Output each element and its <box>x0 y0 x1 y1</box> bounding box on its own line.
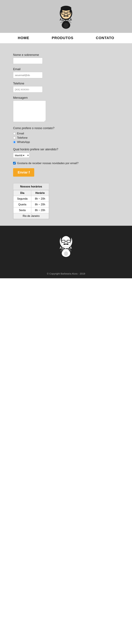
horario-label: Qual horário prefere ser atendido? <box>13 147 119 152</box>
svg-text:ALURA: ALURA <box>60 18 72 21</box>
radio-email-label: Email <box>17 132 24 135</box>
footer-logo: ALURA ESTD 2019 <box>53 232 79 258</box>
location-cell: Rio de Janeiro <box>13 213 49 219</box>
newsletter-text: Gostaria de receber nossas novidades por… <box>17 161 78 165</box>
horario-select[interactable]: Manhã ▾ Tarde Noite <box>13 153 29 158</box>
newsletter-label[interactable]: Gostaria de receber nossas novidades por… <box>13 161 119 165</box>
horario-cell: 8h ~ 20h <box>31 202 49 208</box>
horario-group: Qual horário prefere ser atendido? Manhã… <box>13 147 119 158</box>
radio-telefone-label: Telefone <box>17 136 27 140</box>
radio-whatsapp-input[interactable] <box>13 141 16 144</box>
svg-point-18 <box>64 23 68 28</box>
schedule-table-container: Nossos horários Dia Horário Segunda8h ~ … <box>13 183 49 219</box>
message-group: Mensagem <box>13 96 119 122</box>
table-title: Nossos horários <box>13 183 49 190</box>
table-row: Segunda8h ~ 20h <box>13 196 49 202</box>
svg-text:ALURA: ALURA <box>60 246 72 250</box>
radio-email[interactable]: Email <box>13 132 119 135</box>
message-input[interactable] <box>13 100 46 122</box>
dia-cell: Quarta <box>13 202 31 208</box>
footer: ALURA ESTD 2019 © Copyright Barbearia Al… <box>0 226 132 278</box>
radio-telefone[interactable]: Telefone <box>13 136 119 140</box>
newsletter-checkbox[interactable] <box>13 162 16 164</box>
radio-group: Email Telefone WhatsApp <box>13 132 119 144</box>
radio-whatsapp-label: WhatsApp <box>17 140 30 144</box>
col-dia: Dia <box>13 190 31 196</box>
radio-whatsapp[interactable]: WhatsApp <box>13 140 119 144</box>
svg-point-11 <box>66 15 69 16</box>
name-label: Nome e sobrenome <box>13 53 119 57</box>
nav-produtos[interactable]: PRODUTOS <box>52 36 73 40</box>
svg-point-10 <box>63 15 66 16</box>
email-label: Email <box>13 68 119 71</box>
footer-copyright: © Copyright Barbearia Alura - 2019 <box>47 267 85 275</box>
message-label: Mensagem <box>13 96 119 100</box>
table-row: Quarta8h ~ 20h <box>13 202 49 208</box>
svg-point-39 <box>64 251 68 256</box>
header: ALURA ESTD 2019 <box>0 0 132 33</box>
svg-rect-3 <box>61 8 63 12</box>
horario-cell: 8h ~ 20h <box>31 208 49 213</box>
radio-telefone-input[interactable] <box>13 136 16 139</box>
navigation: HOME PRODUTOS CONTATO <box>0 33 132 43</box>
newsletter-group: Gostaria de receber nossas novidades por… <box>13 161 119 165</box>
horario-cell: 8h ~ 20h <box>31 196 49 202</box>
col-horario: Horário <box>31 190 49 196</box>
submit-button[interactable]: Enviar f <box>13 168 34 176</box>
contact-pref-label: Como prefere o nosso contato? <box>13 126 119 130</box>
schedule-table: Dia Horário Segunda8h ~ 20hQuarta8h ~ 20… <box>13 190 49 219</box>
contact-pref-group: Como prefere o nosso contato? Email Tele… <box>13 126 119 144</box>
name-input[interactable] <box>13 58 43 64</box>
svg-point-32 <box>66 244 69 245</box>
phone-label: Telefone <box>13 82 119 85</box>
header-logo: ALURA ESTD 2019 <box>53 4 79 30</box>
svg-point-31 <box>63 244 66 245</box>
email-group: Email <box>13 68 119 78</box>
nav-contato[interactable]: CONTATO <box>96 36 114 40</box>
name-group: Nome e sobrenome <box>13 53 119 64</box>
main-content: Nome e sobrenome Email Telefone Mensagem… <box>0 43 132 226</box>
nav-home[interactable]: HOME <box>18 36 29 40</box>
svg-rect-4 <box>69 8 71 12</box>
phone-group: Telefone <box>13 82 119 92</box>
radio-email-input[interactable] <box>13 132 16 135</box>
dia-cell: Sexta <box>13 208 31 213</box>
logo-container: ALURA ESTD 2019 <box>53 4 79 30</box>
dia-cell: Segunda <box>13 196 31 202</box>
phone-input[interactable] <box>13 86 43 92</box>
table-row: Sexta8h ~ 20h <box>13 208 49 213</box>
email-input[interactable] <box>13 72 43 78</box>
